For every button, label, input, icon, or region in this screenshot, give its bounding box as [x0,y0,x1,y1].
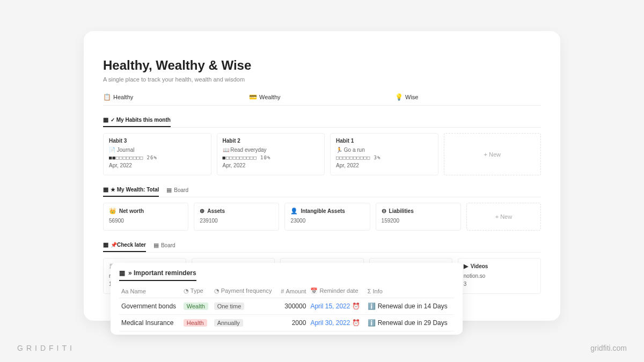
wealth-card-icon: 👤 [290,208,298,215]
new-wealth-button[interactable]: + New [466,203,541,231]
wealthy-icon: 💳 [249,93,257,101]
tab-label: ★ My Wealth: Total [111,187,159,193]
cell-type: Wealth [181,298,212,315]
category-tabs: 📋 Healthy 💳 Wealthy 💡 Wise [103,93,541,106]
col-freq[interactable]: ◔Payment frequency [212,284,277,298]
cell-amount: 2000 [277,315,308,331]
cell-name: Government bonds [119,298,181,315]
info-icon: ℹ️ [368,302,376,310]
habit-title: Habit 1 [336,138,433,144]
tab-wealth-board[interactable]: ▦ Board [166,187,188,196]
habit-date: Apr, 2022 [336,162,433,168]
habit-card[interactable]: Habit 3📄 Journal■■□□□□□□□□ 26%Apr, 2022 [103,133,211,175]
healthy-icon: 📋 [103,93,111,101]
checklater-view-tabs: ▦ 📌Check later ▦ Board [103,241,541,253]
tab-label: ✓ My Habits this month [111,117,171,123]
tab-habits-month[interactable]: ▦ ✓ My Habits this month [103,116,171,127]
habit-date: Apr, 2022 [109,162,206,168]
wealth-value: 159200 [382,218,455,224]
cell-info: ℹ️Renewal due in 29 Days [365,315,454,331]
table-icon: ▦ [119,269,125,277]
wealth-card[interactable]: ⊕Assets239100 [194,203,279,231]
new-habit-button[interactable]: + New [444,133,541,175]
habits-view-tabs: ▦ ✓ My Habits this month [103,116,541,128]
watermark-left: GRIDFITI [17,344,75,352]
wealth-card[interactable]: 👑Net worth56900 [103,203,188,231]
checklater-count: 3 [464,281,535,287]
wise-icon: 💡 [395,93,402,101]
cell-freq: Annually [212,315,277,331]
wealth-value: 239100 [200,218,273,224]
cell-name: Medical Insurance [119,315,181,331]
number-icon: # [281,288,284,294]
tab-healthy[interactable]: 📋 Healthy [103,93,249,101]
reminders-title: » Important reminders [128,269,196,277]
task-icon: 🏃 [336,147,342,153]
reminders-table: AaName ◔Type ◔Payment frequency #Amount … [119,284,454,331]
habit-progress: ■□□□□□□□□□ 10% [223,155,319,160]
cell-info: ℹ️Renewal due in 14 Days [365,298,454,315]
wealth-view-tabs: ▦ ★ My Wealth: Total ▦ Board [103,186,541,197]
wealth-card-icon: ⊖ [382,208,386,215]
wealth-card[interactable]: 👤Intangible Assets23000 [284,203,370,231]
tab-label: Wealthy [259,94,281,100]
col-date[interactable]: 📅Reminder date [308,284,365,298]
text-icon: Aa [121,288,128,294]
tab-wealth-total[interactable]: ▦ ★ My Wealth: Total [103,186,159,197]
habit-date: Apr, 2022 [223,162,319,168]
select-icon: ◔ [184,287,189,294]
clock-icon: ⏰ [352,319,360,327]
wealth-value: 23000 [290,218,364,224]
cell-amount: 300000 [277,298,308,315]
wealth-title: 👑Net worth [109,208,182,215]
wealth-card-icon: 👑 [109,208,116,215]
task-icon: 📖 [223,147,229,153]
tab-check-board[interactable]: ▦ Board [153,242,175,252]
wealth-title: 👤Intangible Assets [290,208,364,215]
table-icon: ▦ [103,241,108,248]
table-row[interactable]: Government bondsWealthOne time300000Apri… [119,298,454,315]
wealth-card[interactable]: ⊖Liabilities159200 [376,203,461,231]
watermark-right: gridfiti.com [590,344,627,352]
task-icon: 📄 [109,147,115,153]
habit-progress: □□□□□□□□□□ 3% [336,155,433,160]
tab-label: Board [174,187,188,193]
checklater-card-icon: ▶ [464,263,468,270]
habit-task: 📖 Read everyday [223,147,319,153]
page-subtitle: A single place to track your health, wea… [103,76,541,83]
habit-title: Habit 2 [223,138,319,144]
col-type[interactable]: ◔Type [181,284,212,298]
tab-wise[interactable]: 💡 Wise [395,93,541,101]
checklater-domain: notion.so [464,273,535,279]
tab-wealthy[interactable]: 💳 Wealthy [249,93,395,101]
cell-date: April 30, 2022⏰ [308,315,365,331]
tab-check-later[interactable]: ▦ 📌Check later [103,241,146,252]
calendar-icon: 📅 [310,287,318,294]
formula-icon: Σ [368,288,371,294]
table-row[interactable]: Medical InsuranceHealthAnnually2000April… [119,315,454,331]
wealth-title: ⊖Liabilities [382,208,455,215]
clock-icon: ⏰ [352,302,360,310]
select-icon: ◔ [214,287,219,294]
col-amount[interactable]: #Amount [277,284,308,298]
cell-date: April 15, 2022⏰ [308,298,365,315]
board-icon: ▦ [153,242,159,249]
info-icon: ℹ️ [368,319,376,327]
col-name[interactable]: AaName [119,284,181,298]
habit-title: Habit 3 [109,138,206,144]
wealth-title: ⊕Assets [200,208,273,215]
board-icon: ▦ [166,187,172,194]
table-icon: ▦ [103,116,108,123]
cell-freq: One time [212,298,277,315]
reminders-header[interactable]: ▦ » Important reminders [119,269,196,281]
habit-card[interactable]: Habit 2📖 Read everyday■□□□□□□□□□ 10%Apr,… [217,133,325,175]
table-icon: ▦ [103,186,108,193]
wealth-card-icon: ⊕ [200,208,204,215]
tab-label: Board [161,242,175,248]
checklater-card[interactable]: ▶Videosnotion.so3 [458,258,541,294]
col-info[interactable]: ΣInfo [365,284,454,298]
habit-card[interactable]: Habit 1🏃 Go a run□□□□□□□□□□ 3%Apr, 2022 [330,133,438,175]
habit-task: 📄 Journal [109,147,206,153]
tab-label: 📌Check later [111,242,146,248]
tab-label: Wise [405,94,418,100]
